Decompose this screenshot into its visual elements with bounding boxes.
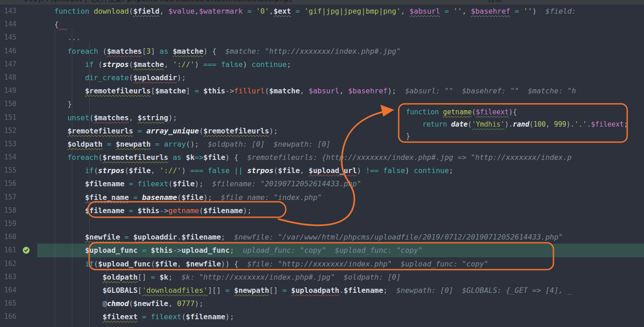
code-token: $GLOBALS xyxy=(102,286,137,295)
code-line-content[interactable]: foreach ($matches[3] as $matche) { $matc… xyxy=(46,45,644,58)
code-token: = xyxy=(155,140,160,148)
code-token xyxy=(46,312,102,321)
code-line-166[interactable]: 166 $fileext = fileext($filename); xyxy=(0,310,644,323)
code-token xyxy=(133,127,138,135)
code-token: array xyxy=(164,140,186,148)
line-number[interactable]: 158 xyxy=(0,204,46,217)
code-token: ; xyxy=(287,60,291,69)
code-token: as xyxy=(155,47,173,56)
line-number[interactable]: 147 xyxy=(0,58,46,71)
code-line-content[interactable]: $fileext = fileext($filename); xyxy=(46,310,644,323)
code-line-147[interactable]: 147 if (strpos($matche, '://') === false… xyxy=(0,58,644,71)
check-circle-icon[interactable] xyxy=(23,247,30,254)
code-token: $k xyxy=(186,153,194,162)
line-number[interactable]: 152 xyxy=(0,124,46,138)
code-token: function xyxy=(406,108,443,116)
code-line-145[interactable]: 145 ... xyxy=(0,31,644,44)
line-number[interactable]: 165 xyxy=(0,297,46,310)
line-number[interactable]: 145 xyxy=(0,31,46,44)
code-line-content[interactable]: if (strpos($matche, '://') === false) co… xyxy=(46,58,644,71)
code-line-content[interactable]: @chmod($newfile, 0777); xyxy=(46,297,644,310)
code-line-143[interactable]: 143 function download($field, $value,$wa… xyxy=(0,5,644,18)
code-token xyxy=(252,7,256,15)
code-line-content[interactable]: $remotefileurls[$matche] = $this->fillur… xyxy=(46,84,644,97)
code-line-160[interactable]: 160 $newfile = $uploaddir.$filename; $ne… xyxy=(0,230,644,244)
code-line-165[interactable]: 165 @chmod($newfile, 0777); xyxy=(0,297,644,310)
code-token: ); xyxy=(225,312,234,321)
code-line-content[interactable]: function download($field, $value,$waterm… xyxy=(46,5,644,18)
code-line-content[interactable]: { xyxy=(46,18,644,31)
code-line-149[interactable]: 149 $remotefileurls[$matche] = $this->fi… xyxy=(0,84,644,97)
article-toc-link[interactable]: 目录 xyxy=(488,0,502,4)
code-token: $absurl xyxy=(309,87,339,95)
inline-debug-hint: $file: "http://xxxxxxx/index.php" $uploa… xyxy=(247,260,488,268)
code-token: 'gif|jpg|jpeg|bmp|png' xyxy=(304,7,401,15)
code-line-content[interactable]: ... xyxy=(46,31,644,44)
code-line-163[interactable]: 163 $oldpath[] = $k; $k: "http://xxxxxxx… xyxy=(0,271,644,284)
code-line-161[interactable]: 161 $upload_func = $this->upload_func; u… xyxy=(0,244,644,257)
code-token: ( xyxy=(467,120,472,128)
code-token xyxy=(46,286,102,295)
code-line-157[interactable]: 157 $file_name = basename($file); $file_… xyxy=(0,191,644,204)
line-number[interactable]: 153 xyxy=(0,138,46,151)
code-token: $remotefileurls xyxy=(102,153,168,162)
code-line-content[interactable]: $filename = fileext($file); $filename: "… xyxy=(46,177,644,190)
code-line-146[interactable]: 146 foreach ($matches[3] as $matche) { $… xyxy=(0,45,644,58)
code-area[interactable]: 143 function download($field, $value,$wa… xyxy=(0,5,644,324)
code-token: ( xyxy=(102,47,107,56)
line-number[interactable]: 150 xyxy=(0,97,46,111)
code-line-content[interactable]: $upload_func = $this->upload_func; uploa… xyxy=(46,244,644,257)
code-line-162[interactable]: 162 if($upload_func($file, $newfile)) { … xyxy=(0,257,644,271)
line-number[interactable]: 144 xyxy=(0,18,46,31)
code-line-content[interactable]: foreach($remotefileurls as $k=>$file) { … xyxy=(46,151,644,164)
line-number[interactable]: 157 xyxy=(0,191,46,204)
code-token xyxy=(243,166,248,175)
code-line-content[interactable]: if($upload_func($file, $newfile)) { $fil… xyxy=(46,257,644,271)
line-number[interactable]: 160 xyxy=(0,230,46,244)
code-line-154[interactable]: 154 foreach($remotefileurls as $k=>$file… xyxy=(0,151,644,164)
code-line-164[interactable]: 164 $GLOBALS['downloadfiles'][] = $newpa… xyxy=(0,284,644,297)
line-number[interactable]: 146 xyxy=(0,45,46,58)
code-line-144[interactable]: 144 { xyxy=(0,18,644,31)
code-line-156[interactable]: 156 $filename = fileext($file); $filenam… xyxy=(0,177,644,190)
code-token: . xyxy=(177,233,182,241)
code-token xyxy=(510,7,515,15)
code-line-content[interactable]: $file_name = basename($file); $file_name… xyxy=(46,191,644,204)
code-line-158[interactable]: 158 $filename = $this->getname($filename… xyxy=(0,204,644,217)
line-number[interactable]: 154 xyxy=(0,151,46,164)
code-token xyxy=(230,286,234,295)
code-token: = xyxy=(133,193,138,202)
code-line-content[interactable] xyxy=(46,217,644,230)
code-line-148[interactable]: 148 dir_create($uploaddir); xyxy=(0,71,644,84)
line-number[interactable]: 164 xyxy=(0,284,46,297)
line-number[interactable]: 159 xyxy=(0,217,46,230)
code-token: => xyxy=(195,153,203,162)
code-token: = xyxy=(142,246,147,255)
code-line-155[interactable]: 155 if(strpos($file, '://') === false ||… xyxy=(0,164,644,177)
code-line-content[interactable]: $GLOBALS['downloadfiles'][] = $newpath[]… xyxy=(46,284,644,297)
line-number[interactable]: 155 xyxy=(0,164,46,177)
code-line-content[interactable]: $newfile = $uploaddir.$filename; $newfil… xyxy=(46,230,644,244)
line-number[interactable]: 166 xyxy=(0,310,46,323)
code-line-159[interactable]: 159 xyxy=(0,217,644,230)
line-number[interactable]: 148 xyxy=(0,71,46,84)
line-number[interactable]: 161 xyxy=(0,244,46,257)
code-line-content[interactable]: $oldpath[] = $k; $k: "http://xxxxxxx/ind… xyxy=(46,271,644,284)
code-token: date xyxy=(451,120,467,128)
line-number[interactable]: 149 xyxy=(0,84,46,97)
code-line-content[interactable]: if(strpos($file, '://') === false || str… xyxy=(46,164,644,177)
line-number[interactable]: 151 xyxy=(0,111,46,124)
code-line-content[interactable]: $filename = $this->getname($filename); xyxy=(46,204,644,217)
line-number[interactable]: 156 xyxy=(0,177,46,190)
line-number[interactable]: 162 xyxy=(0,257,46,271)
code-token: = xyxy=(129,179,133,188)
line-number[interactable]: 143 xyxy=(0,5,46,18)
code-token: ( xyxy=(129,73,133,82)
code-token: , xyxy=(164,60,172,69)
line-number[interactable]: 163 xyxy=(0,271,46,284)
code-line-content[interactable]: dir_create($uploaddir); xyxy=(46,71,644,84)
code-token: 'Ymdhis' xyxy=(472,120,505,128)
code-token: { xyxy=(46,20,59,29)
code-token xyxy=(46,193,85,202)
code-token: $oldpath xyxy=(67,140,102,148)
